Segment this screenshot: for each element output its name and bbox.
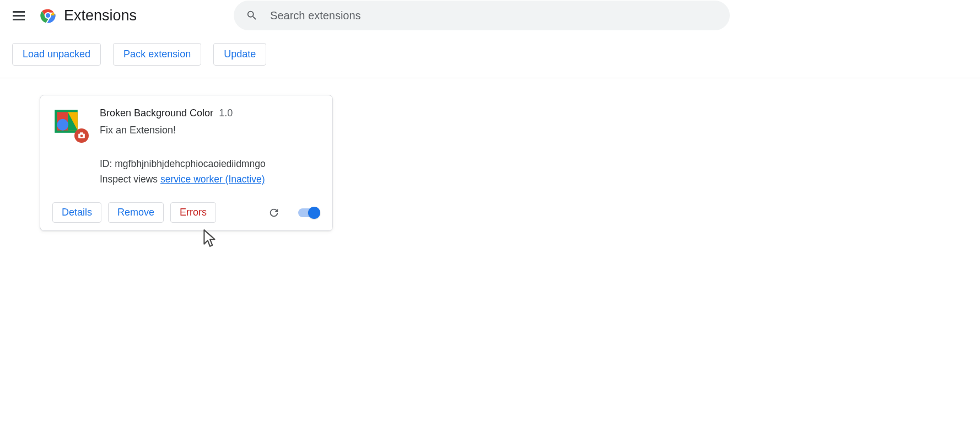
load-unpacked-button[interactable]: Load unpacked (12, 43, 101, 66)
reload-icon (268, 207, 280, 219)
page-title: Extensions (64, 7, 137, 24)
hamburger-icon (13, 9, 25, 23)
enable-toggle[interactable] (298, 207, 320, 219)
search-box[interactable] (234, 1, 730, 30)
errors-button[interactable]: Errors (170, 202, 216, 223)
logo-and-title: Extensions (40, 7, 137, 24)
toggle-knob (308, 207, 320, 219)
id-label: ID: (100, 158, 112, 169)
update-button[interactable]: Update (213, 43, 266, 66)
extension-card: Broken Background Color 1.0 Fix an Exten… (40, 95, 333, 231)
extension-name: Broken Background Color (100, 107, 213, 119)
card-action-row: Details Remove Errors (52, 202, 320, 223)
inspect-views-label: Inspect views (100, 174, 158, 185)
main-menu-button[interactable] (8, 4, 30, 26)
extension-description: Fix an Extension! (100, 125, 266, 136)
top-header: Extensions (0, 0, 980, 31)
chrome-logo-icon (40, 7, 56, 24)
reload-button[interactable] (266, 205, 282, 220)
svg-rect-10 (80, 132, 83, 135)
remove-button[interactable]: Remove (108, 202, 164, 223)
pack-extension-button[interactable]: Pack extension (113, 43, 201, 66)
unpacked-badge-icon (74, 128, 89, 143)
dev-toolbar: Load unpacked Pack extension Update (0, 31, 980, 78)
extension-version: 1.0 (219, 107, 233, 119)
details-button[interactable]: Details (52, 202, 101, 223)
cursor-icon (203, 229, 217, 248)
extension-icon (52, 107, 83, 138)
extensions-grid: Broken Background Color 1.0 Fix an Exten… (0, 78, 980, 231)
search-input[interactable] (269, 9, 718, 23)
svg-point-7 (57, 119, 68, 131)
inspect-views-link[interactable]: service worker (Inactive) (160, 174, 265, 185)
id-value: mgfbhjnibhjdehcphiocaoiediidmngo (115, 158, 265, 169)
search-icon (246, 9, 258, 21)
svg-point-9 (80, 135, 83, 137)
